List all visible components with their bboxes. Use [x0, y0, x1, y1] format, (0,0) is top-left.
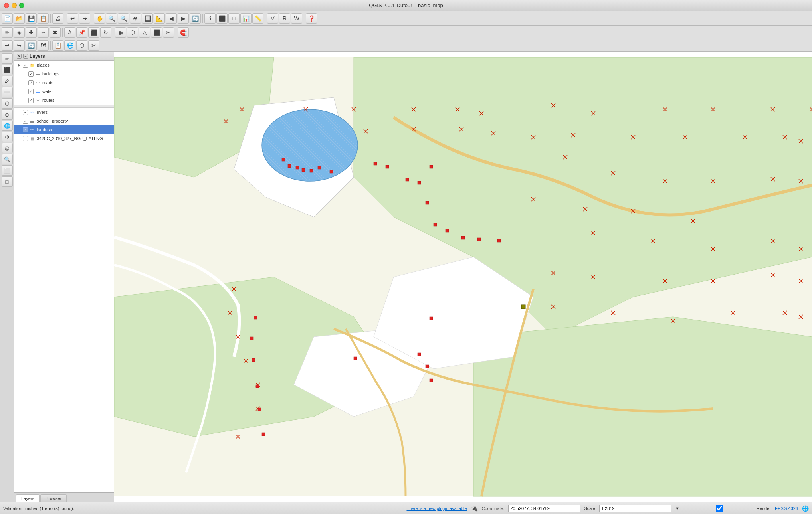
- snap-tool[interactable]: 🧲: [178, 27, 189, 38]
- add-feature[interactable]: ✚: [26, 27, 37, 38]
- delete-feature[interactable]: ✖: [50, 27, 61, 38]
- layer-item-places[interactable]: ▶ ✓ 📁 places: [14, 61, 114, 69]
- identify-tool[interactable]: ℹ: [204, 13, 216, 24]
- coordinate-input[interactable]: [508, 505, 580, 512]
- pan-tool[interactable]: ✋: [94, 13, 105, 24]
- layer-checkbox[interactable]: ✓: [23, 119, 28, 124]
- left-tool-draw[interactable]: 🖊: [2, 76, 13, 86]
- layer-item-landusa[interactable]: ✓ 〰 landusa: [14, 125, 114, 134]
- panel-minimize-button[interactable]: −: [23, 54, 28, 59]
- render-checkbox[interactable]: [683, 505, 755, 512]
- move-feature[interactable]: ↔: [38, 27, 49, 38]
- left-tool-polygon[interactable]: ⬡: [2, 98, 13, 109]
- digitize-tool-3[interactable]: △: [139, 27, 150, 38]
- zoom-in-tool[interactable]: 🔍: [106, 13, 117, 24]
- bot-tool-2[interactable]: ↪: [14, 40, 25, 51]
- left-tool-circle[interactable]: ◎: [2, 143, 13, 153]
- zoom-out-tool[interactable]: 🔍: [118, 13, 129, 24]
- node-tool[interactable]: ◈: [14, 27, 25, 38]
- layer-checkbox[interactable]: ✓: [28, 71, 34, 77]
- save-as-button[interactable]: 📋: [38, 13, 49, 24]
- edit-tool[interactable]: ✏: [2, 27, 13, 38]
- close-button[interactable]: [4, 3, 9, 8]
- move-label[interactable]: ⬛: [88, 27, 99, 38]
- bot-tool-3[interactable]: 🔄: [26, 40, 37, 51]
- layer-item-school-property[interactable]: ✓ ▬ school_property: [14, 117, 114, 125]
- digitize-tool-5[interactable]: ✂: [163, 27, 174, 38]
- layer-item-buildings[interactable]: ✓ ▬ buildings: [14, 69, 114, 78]
- measure-tool[interactable]: 📏: [252, 13, 263, 24]
- zoom-selection-tool[interactable]: 📐: [154, 13, 165, 24]
- save-project-button[interactable]: 💾: [26, 13, 37, 24]
- left-tool-rect[interactable]: ⬜: [2, 165, 13, 176]
- deselect-tool[interactable]: □: [228, 13, 240, 24]
- zoom-next-tool[interactable]: ▶: [178, 13, 189, 24]
- left-tool-zoom[interactable]: 🔍: [2, 154, 13, 164]
- rotate-label[interactable]: ↻: [100, 27, 111, 38]
- label-tool[interactable]: A: [64, 27, 75, 38]
- layer-item-routes[interactable]: ✓ 〰 routes: [14, 96, 114, 105]
- scale-input[interactable]: [599, 505, 671, 512]
- layer-item-rivers[interactable]: ✓ 〰 rivers: [14, 108, 114, 117]
- layer-checkbox[interactable]: ✓: [23, 110, 28, 115]
- expand-icon[interactable]: ▶: [17, 63, 22, 67]
- bot-tool-1[interactable]: ↩: [2, 40, 13, 51]
- open-project-button[interactable]: 📂: [14, 13, 25, 24]
- plugin-link[interactable]: There is a new plugin available: [406, 506, 467, 511]
- layer-checkbox[interactable]: ✓: [28, 89, 34, 94]
- select-tool[interactable]: ⬛: [216, 13, 228, 24]
- window-controls[interactable]: [4, 3, 24, 8]
- undo-button[interactable]: ↩: [67, 13, 78, 24]
- digitize-tool-1[interactable]: ▦: [115, 27, 126, 38]
- tab-layers[interactable]: Layers: [16, 494, 40, 502]
- panel-close-button[interactable]: ×: [17, 54, 22, 59]
- layer-checkbox[interactable]: ✓: [28, 98, 34, 103]
- epsg-icon[interactable]: 🌐: [802, 505, 809, 512]
- pin-label[interactable]: 📌: [76, 27, 87, 38]
- left-tool-select[interactable]: ⬛: [2, 65, 13, 75]
- open-attribute-table[interactable]: 📊: [240, 13, 252, 24]
- layer-item-roads[interactable]: ✓ 〰 roads: [14, 78, 114, 87]
- render-checkbox-area[interactable]: Render: [683, 505, 771, 512]
- bot-tool-4[interactable]: 🗺: [38, 40, 49, 51]
- bot-tool-6[interactable]: 🌐: [64, 40, 75, 51]
- digitize-tool-4[interactable]: ⬛: [151, 27, 162, 38]
- bot-tool-5[interactable]: 📋: [52, 40, 63, 51]
- svg-rect-142: [477, 238, 481, 241]
- maximize-button[interactable]: [19, 3, 24, 8]
- zoom-full-tool[interactable]: ⊕: [130, 13, 141, 24]
- layer-item-water[interactable]: ✓ ▬ water: [14, 87, 114, 96]
- layer-item-raster[interactable]: ▦ 3420C_2010_327_RGB_LATLNG: [14, 134, 114, 143]
- left-tool-point[interactable]: ⊕: [2, 109, 13, 120]
- left-tool-square[interactable]: □: [2, 176, 13, 187]
- new-project-button[interactable]: 📄: [2, 13, 13, 24]
- panel-header: × − Layers: [14, 52, 114, 61]
- svg-rect-135: [386, 165, 389, 168]
- print-button[interactable]: 🖨: [52, 13, 63, 24]
- tab-browser[interactable]: Browser: [40, 494, 67, 502]
- layer-checkbox[interactable]: ✓: [28, 80, 34, 85]
- left-tool-globe[interactable]: 🌐: [2, 121, 13, 131]
- layer-checkbox[interactable]: [23, 136, 28, 141]
- left-tool-edit[interactable]: ✏: [2, 53, 13, 64]
- svg-rect-137: [418, 181, 421, 184]
- svg-rect-127: [282, 158, 285, 161]
- zoom-last-tool[interactable]: ◀: [166, 13, 177, 24]
- map-area[interactable]: [114, 52, 812, 502]
- layer-checkbox[interactable]: ✓: [23, 127, 28, 132]
- minimize-button[interactable]: [12, 3, 17, 8]
- digitize-tool-2[interactable]: ⬡: [127, 27, 138, 38]
- left-tool-settings[interactable]: ⚙: [2, 132, 13, 142]
- redo-button[interactable]: ↪: [79, 13, 90, 24]
- bot-tool-7[interactable]: ⬡: [76, 40, 87, 51]
- add-wms-layer[interactable]: W: [291, 13, 302, 24]
- layer-checkbox[interactable]: ✓: [23, 63, 28, 68]
- left-tool-line[interactable]: 〰: [2, 87, 13, 97]
- scale-dropdown-icon[interactable]: ▼: [675, 506, 679, 511]
- zoom-layer-tool[interactable]: 🔲: [142, 13, 153, 24]
- bot-tool-8[interactable]: ✂: [88, 40, 99, 51]
- add-vector-layer[interactable]: V: [267, 13, 278, 24]
- refresh-tool[interactable]: 🔄: [190, 13, 201, 24]
- help-button[interactable]: ❓: [306, 13, 317, 24]
- add-raster-layer[interactable]: R: [279, 13, 290, 24]
